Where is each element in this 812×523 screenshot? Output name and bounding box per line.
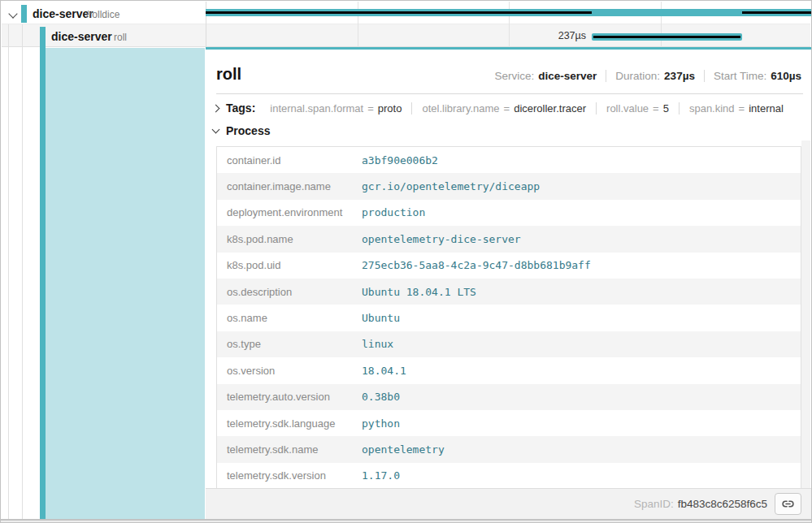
tag-key: otel.library.name bbox=[422, 102, 499, 115]
tag-equals: = bbox=[367, 102, 374, 115]
detail-row-left-column bbox=[2, 47, 206, 519]
tag-key: roll.value bbox=[606, 102, 649, 115]
process-header-label: Process bbox=[226, 124, 270, 137]
process-key-value-table: container.id a3bf90e006b2 container.imag… bbox=[216, 146, 801, 490]
page-background-strip bbox=[1, 521, 811, 522]
table-row: os.type linux bbox=[217, 331, 801, 357]
process-value: 275ecb36-5aa8-4c2a-9c47-d8bb681b9aff bbox=[362, 259, 591, 271]
tag-key: internal.span.format bbox=[270, 102, 363, 115]
process-key: k8s.pod.name bbox=[217, 233, 362, 245]
tag-item: internal.span.format = proto bbox=[260, 102, 411, 115]
tag-value: diceroller.tracer bbox=[514, 102, 586, 115]
table-row: k8s.pod.uid 275ecb36-5aa8-4c2a-9c47-d8bb… bbox=[217, 253, 801, 279]
span-operation-name[interactable]: roll bbox=[114, 32, 127, 43]
table-row: telemetry.sdk.name opentelemetry bbox=[217, 436, 801, 462]
tag-equals: = bbox=[739, 102, 745, 115]
overview-value: dice-server bbox=[538, 70, 597, 82]
process-value: production bbox=[362, 206, 425, 218]
process-key: telemetry.sdk.language bbox=[217, 417, 362, 430]
span-color-bar bbox=[21, 5, 27, 23]
selected-span-highlight bbox=[46, 48, 205, 519]
tags-list: internal.span.format = proto otel.librar… bbox=[260, 102, 793, 115]
tag-equals: = bbox=[504, 102, 510, 115]
span-overview: Service: dice-server Duration: 237µs Sta… bbox=[485, 70, 801, 82]
copy-link-button[interactable] bbox=[775, 493, 801, 515]
overview-label: Service: bbox=[494, 70, 534, 82]
process-value: Ubuntu bbox=[362, 312, 400, 324]
table-row: telemetry.sdk.language python bbox=[217, 410, 801, 436]
process-value: a3bf90e006b2 bbox=[362, 154, 438, 166]
table-row: k8s.pod.name opentelemetry-dice-server bbox=[217, 226, 801, 252]
process-key: os.description bbox=[217, 286, 362, 298]
span-child-marker bbox=[593, 36, 740, 38]
span-child-marker bbox=[742, 11, 811, 14]
process-value: gcr.io/opentelemetry/diceapp bbox=[362, 180, 540, 192]
process-key: container.id bbox=[217, 154, 362, 166]
process-key: os.name bbox=[217, 312, 362, 324]
tags-header-label: Tags: bbox=[226, 102, 255, 115]
tree-guide-line bbox=[8, 24, 9, 47]
table-row: os.version 18.04.1 bbox=[217, 357, 801, 383]
span-child-marker bbox=[206, 11, 592, 14]
process-value: opentelemetry-dice-server bbox=[362, 233, 521, 245]
tag-item: roll.value = 5 bbox=[596, 102, 679, 115]
spanid-label: SpanID: bbox=[634, 498, 674, 510]
overview-item: Start Time: 610µs bbox=[704, 70, 801, 82]
table-row: telemetry.auto.version 0.38b0 bbox=[217, 384, 801, 410]
span-service-name[interactable]: dice-server bbox=[51, 30, 112, 43]
table-row: os.description Ubuntu 18.04.1 LTS bbox=[217, 279, 801, 305]
chevron-down-icon bbox=[212, 126, 220, 134]
span-operation-name[interactable]: /rolldice bbox=[86, 9, 119, 20]
tag-value: 5 bbox=[663, 102, 669, 115]
table-row: container.image.name gcr.io/opentelemetr… bbox=[217, 173, 801, 199]
process-key: container.image.name bbox=[217, 180, 362, 192]
span-color-bar bbox=[40, 27, 46, 519]
process-value: 18.04.1 bbox=[362, 365, 406, 377]
tag-key: span.kind bbox=[689, 102, 735, 115]
process-value: python bbox=[362, 417, 400, 430]
tag-item: otel.library.name = diceroller.tracer bbox=[411, 102, 596, 115]
process-value: Ubuntu 18.04.1 LTS bbox=[362, 286, 476, 298]
span-detail-footer: SpanID: fb483c8c6258f6c5 bbox=[206, 488, 811, 519]
tree-guide-line bbox=[22, 47, 23, 519]
process-key: telemetry.sdk.version bbox=[217, 469, 362, 482]
process-key: telemetry.auto.version bbox=[217, 391, 362, 403]
span-bar-rolldice[interactable] bbox=[206, 9, 811, 16]
process-key: telemetry.sdk.name bbox=[217, 443, 362, 456]
chevron-right-icon bbox=[212, 104, 220, 112]
link-icon bbox=[781, 497, 795, 511]
tree-guide-line bbox=[8, 47, 9, 519]
span-detail-title: roll bbox=[216, 65, 241, 84]
span-duration-label: 237µs bbox=[501, 30, 586, 41]
overview-value: 610µs bbox=[771, 70, 801, 82]
table-row: telemetry.sdk.version 1.17.0 bbox=[217, 463, 801, 489]
table-row: container.id a3bf90e006b2 bbox=[217, 147, 801, 173]
tag-equals: = bbox=[653, 102, 659, 115]
tree-guide-line bbox=[22, 24, 23, 47]
tag-item: span.kind = internal bbox=[679, 102, 793, 115]
span-bar-roll[interactable] bbox=[592, 33, 742, 41]
process-value: 0.38b0 bbox=[362, 391, 400, 403]
tags-accordion-header[interactable]: Tags: internal.span.format = proto otel.… bbox=[213, 102, 793, 115]
process-accordion-header[interactable]: Process bbox=[213, 124, 270, 137]
process-key: os.type bbox=[217, 338, 362, 350]
chevron-down-icon[interactable] bbox=[8, 9, 17, 18]
table-row: deployment.environment production bbox=[217, 200, 801, 226]
tag-value: proto bbox=[378, 102, 402, 115]
process-value: opentelemetry bbox=[362, 443, 445, 456]
overview-value: 237µs bbox=[664, 70, 695, 82]
process-value: 1.17.0 bbox=[362, 469, 400, 482]
process-key: os.version bbox=[217, 365, 362, 377]
process-key: deployment.environment bbox=[217, 206, 362, 218]
span-detail-panel: roll Service: dice-server Duration: 237µ… bbox=[206, 47, 811, 519]
overview-item: Duration: 237µs bbox=[606, 70, 704, 82]
spanid-value: fb483c8c6258f6c5 bbox=[678, 498, 767, 510]
overview-item: Service: dice-server bbox=[485, 70, 606, 82]
header-divider bbox=[216, 93, 803, 94]
overview-label: Start Time: bbox=[714, 70, 766, 82]
tag-value: internal bbox=[749, 102, 784, 115]
span-service-name[interactable]: dice-server bbox=[33, 7, 93, 20]
table-row: os.name Ubuntu bbox=[217, 305, 801, 331]
process-value: linux bbox=[362, 338, 393, 350]
scrollbar-track[interactable] bbox=[801, 140, 810, 519]
